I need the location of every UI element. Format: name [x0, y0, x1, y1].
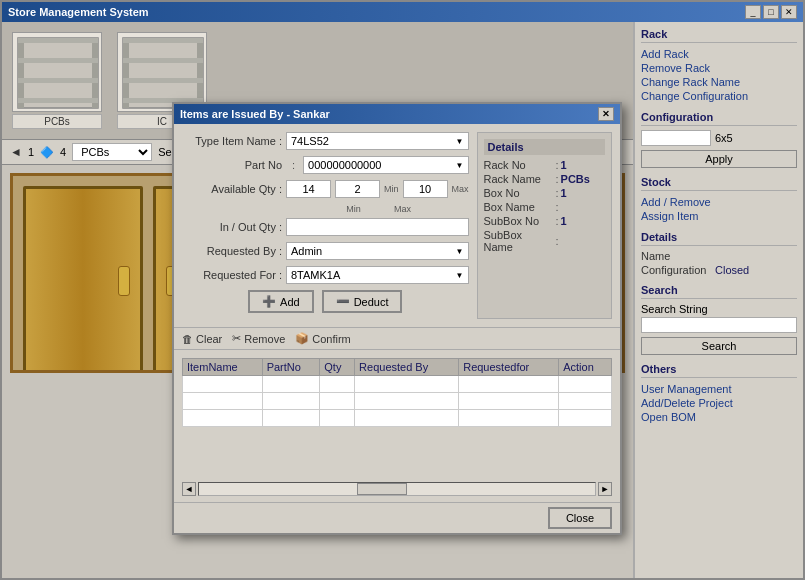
- add-rack-link[interactable]: Add Rack: [641, 47, 797, 61]
- svg-rect-1: [18, 38, 24, 108]
- others-title: Others: [641, 363, 797, 378]
- category-select[interactable]: PCBs: [72, 143, 152, 161]
- svg-rect-6: [18, 38, 98, 43]
- scroll-thumb: [357, 483, 407, 495]
- table-row: [183, 393, 612, 410]
- modal-close-footer-button[interactable]: Close: [548, 507, 612, 529]
- detail-rack-name: Rack Name : PCBs: [484, 173, 605, 185]
- type-item-value: 74LS52: [291, 135, 329, 147]
- part-no-dropdown[interactable]: 000000000000: [303, 156, 468, 174]
- svg-rect-13: [123, 38, 203, 43]
- type-item-label: Type Item Name :: [182, 135, 282, 147]
- search-section: Search Search String Search: [641, 284, 797, 355]
- in-out-qty-row: In / Out Qty :: [182, 218, 469, 236]
- type-item-dropdown[interactable]: 74LS52: [286, 132, 469, 150]
- scroll-right-btn[interactable]: ►: [598, 482, 612, 496]
- clear-label: Clear: [196, 333, 222, 345]
- col-requested-by: Requested By: [355, 359, 459, 376]
- qty-min-input[interactable]: [335, 180, 380, 198]
- search-title: Search: [641, 284, 797, 299]
- user-management-link[interactable]: User Management: [641, 382, 797, 396]
- type-item-row: Type Item Name : 74LS52: [182, 132, 469, 150]
- available-qty-input[interactable]: [286, 180, 331, 198]
- search-button[interactable]: Search: [641, 337, 797, 355]
- page-icon: 🔷: [40, 146, 54, 159]
- col-requested-for: Requestedfor: [459, 359, 559, 376]
- config-row: 6x5: [641, 130, 797, 146]
- part-no-colon: :: [292, 159, 295, 171]
- min-label: Min: [384, 184, 399, 194]
- stock-section: Stock Add / Remove Assign Item: [641, 176, 797, 223]
- confirm-label: Confirm: [312, 333, 351, 345]
- requested-for-dropdown[interactable]: 8TAMK1A: [286, 266, 469, 284]
- col-part-no: PartNo: [262, 359, 320, 376]
- part-no-value: 000000000000: [308, 159, 381, 171]
- remove-button[interactable]: ✂ Remove: [232, 332, 285, 345]
- maximize-button[interactable]: □: [763, 5, 779, 19]
- qty-max-input[interactable]: [403, 180, 448, 198]
- add-button[interactable]: ➕ Add: [248, 290, 314, 313]
- rack-no-val: 1: [561, 159, 567, 171]
- rack-no-key: Rack No: [484, 159, 554, 171]
- minimize-button[interactable]: _: [745, 5, 761, 19]
- requested-for-value: 8TAMK1A: [291, 269, 340, 281]
- part-no-row: Part No : 000000000000: [182, 156, 469, 174]
- stock-title: Stock: [641, 176, 797, 191]
- modal-dialog: Items are Issued By - Sankar ✕ Type Item…: [172, 102, 622, 535]
- horizontal-scrollbar[interactable]: [198, 482, 596, 496]
- qty-labels-row: Min Max: [282, 204, 469, 214]
- available-qty-label: Available Qty :: [182, 183, 282, 195]
- search-input[interactable]: [641, 317, 797, 333]
- clear-icon: 🗑: [182, 333, 193, 345]
- remove-rack-link[interactable]: Remove Rack: [641, 61, 797, 75]
- add-delete-project-link[interactable]: Add/Delete Project: [641, 396, 797, 410]
- right-panel: Rack Add Rack Remove Rack Change Rack Na…: [633, 22, 803, 578]
- scroll-bar-area: ◄ ►: [174, 480, 620, 498]
- requested-by-value: Admin: [291, 245, 322, 257]
- svg-rect-0: [18, 38, 98, 108]
- rack-name-key: Rack Name: [484, 173, 554, 185]
- scroll-left-btn[interactable]: ◄: [182, 482, 196, 496]
- nav-arrow-left[interactable]: ◄: [10, 145, 22, 159]
- shelf-image-1: [12, 32, 102, 112]
- config-title: Configuration: [641, 111, 797, 126]
- max-label: Max: [452, 184, 469, 194]
- details-section: Details Name Configuration Closed: [641, 231, 797, 276]
- subbox-name-sep: :: [556, 235, 559, 247]
- shelf-item-pcbs[interactable]: PCBs: [12, 32, 102, 129]
- svg-rect-7: [123, 38, 203, 108]
- detail-rack-no: Rack No : 1: [484, 159, 605, 171]
- subbox-no-val: 1: [561, 215, 567, 227]
- config-input-field[interactable]: [641, 130, 711, 146]
- close-button[interactable]: ✕: [781, 5, 797, 19]
- col-item-name: ItemName: [183, 359, 263, 376]
- table-body: [183, 376, 612, 427]
- clear-button[interactable]: 🗑 Clear: [182, 333, 222, 345]
- assign-item-link[interactable]: Assign Item: [641, 209, 797, 223]
- requested-by-dropdown[interactable]: Admin: [286, 242, 469, 260]
- add-icon: ➕: [262, 295, 276, 308]
- deduct-button[interactable]: ➖ Deduct: [322, 290, 403, 313]
- details-title: Details: [641, 231, 797, 246]
- svg-rect-9: [197, 38, 203, 108]
- page-count: 4: [60, 146, 66, 158]
- subbox-no-key: SubBox No: [484, 215, 554, 227]
- confirm-button[interactable]: 📦 Confirm: [295, 332, 351, 345]
- config-detail-value: Closed: [715, 264, 749, 276]
- items-table-wrapper: ItemName PartNo Qty Requested By Request…: [174, 350, 620, 480]
- modal-close-button[interactable]: ✕: [598, 107, 614, 121]
- in-out-qty-input[interactable]: [286, 218, 469, 236]
- in-out-label: In / Out Qty :: [182, 221, 282, 233]
- change-rack-name-link[interactable]: Change Rack Name: [641, 75, 797, 89]
- apply-button[interactable]: Apply: [641, 150, 797, 168]
- confirm-icon: 📦: [295, 332, 309, 345]
- left-area: PCBs IC: [2, 22, 633, 578]
- available-qty-row: Available Qty : Min Max: [182, 180, 469, 198]
- svg-rect-5: [18, 98, 98, 103]
- add-remove-link[interactable]: Add / Remove: [641, 195, 797, 209]
- open-bom-link[interactable]: Open BOM: [641, 410, 797, 424]
- change-config-link[interactable]: Change Configuration: [641, 89, 797, 103]
- svg-rect-4: [18, 78, 98, 83]
- min-label-text: Min: [331, 204, 376, 214]
- deduct-label: Deduct: [354, 296, 389, 308]
